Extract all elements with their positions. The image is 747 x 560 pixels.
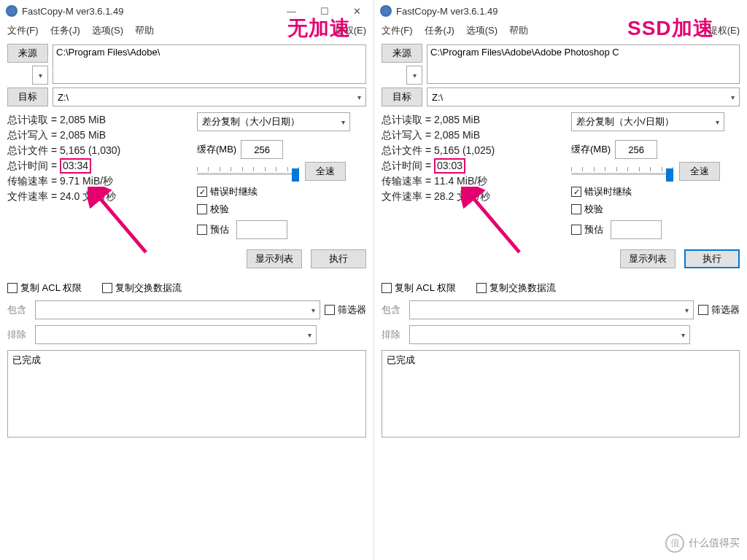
estimate-checkbox[interactable]: [571, 225, 581, 235]
cache-label: 缓存(MB): [197, 143, 236, 156]
execute-button[interactable]: 执行: [311, 249, 366, 268]
chevron-down-icon: ▾: [716, 118, 719, 126]
total-time-highlight: 03:34: [60, 158, 91, 174]
total-time-highlight: 03:03: [434, 158, 465, 174]
source-history-dropdown[interactable]: ▾: [406, 66, 422, 85]
window-title: FastCopy-M ver3.6.1.49: [22, 6, 123, 17]
speed-slider[interactable]: [197, 163, 299, 180]
stats-panel: 总计读取 = 2,085 MiB 总计写入 = 2,085 MiB 总计文件 =…: [7, 112, 197, 268]
window-title: FastCopy-M ver3.6.1.49: [396, 6, 498, 17]
overlay-label-ssd-accel: SSD加速: [627, 15, 714, 42]
menu-option[interactable]: 选项(S): [92, 24, 123, 37]
fastcopy-window-left: FastCopy-M ver3.6.1.49 — ☐ ✕ 文件(F) 任务(J)…: [0, 0, 374, 560]
stats-panel: 总计读取 = 2,085 MiB 总计写入 = 2,085 MiB 总计文件 =…: [382, 112, 571, 268]
show-list-button[interactable]: 显示列表: [247, 249, 302, 268]
verify-checkbox[interactable]: [571, 204, 581, 214]
altstream-checkbox[interactable]: [476, 283, 487, 293]
source-input[interactable]: [53, 44, 366, 84]
chevron-down-icon: ▾: [341, 118, 345, 126]
estimate-input[interactable]: [611, 220, 662, 239]
app-icon: [380, 5, 392, 17]
exclude-label: 排除: [7, 328, 31, 341]
menu-task[interactable]: 任务(J): [425, 24, 454, 37]
altstream-checkbox[interactable]: [102, 283, 112, 293]
source-history-dropdown[interactable]: ▾: [32, 66, 48, 85]
execute-button[interactable]: 执行: [684, 249, 740, 268]
exclude-input[interactable]: ▾: [409, 325, 690, 344]
show-list-button[interactable]: 显示列表: [620, 249, 676, 268]
full-speed-button[interactable]: 全速: [305, 162, 346, 181]
acl-checkbox[interactable]: [7, 283, 18, 293]
copy-mode-select[interactable]: 差分复制（大小/日期）▾: [571, 112, 724, 131]
menu-help[interactable]: 帮助: [509, 24, 528, 37]
source-button[interactable]: 来源: [7, 44, 48, 63]
menu-task[interactable]: 任务(J): [50, 24, 80, 37]
include-input[interactable]: ▾: [409, 300, 694, 319]
menu-option[interactable]: 选项(S): [466, 24, 498, 37]
fastcopy-window-right: FastCopy-M ver3.6.1.49 文件(F) 任务(J) 选项(S)…: [374, 0, 747, 560]
speed-slider[interactable]: [571, 163, 673, 180]
dest-button[interactable]: 目标: [382, 88, 422, 106]
estimate-checkbox[interactable]: [197, 225, 207, 235]
filter-checkbox[interactable]: [325, 305, 335, 315]
cache-input[interactable]: [241, 140, 283, 159]
log-output: 已完成: [382, 350, 740, 438]
continue-on-error-checkbox[interactable]: [571, 187, 581, 197]
full-speed-button[interactable]: 全速: [679, 162, 720, 181]
menu-file[interactable]: 文件(F): [7, 24, 39, 37]
menu-file[interactable]: 文件(F): [382, 24, 413, 37]
exclude-label: 排除: [382, 328, 405, 341]
dest-input[interactable]: Z:\▾: [53, 88, 366, 106]
acl-checkbox[interactable]: [382, 283, 392, 293]
include-label: 包含: [7, 303, 31, 316]
include-label: 包含: [382, 303, 405, 316]
overlay-label-no-accel: 无加速: [287, 15, 351, 42]
app-icon: [6, 5, 18, 17]
continue-on-error-checkbox[interactable]: [197, 187, 207, 197]
source-input[interactable]: [427, 44, 740, 84]
filter-checkbox[interactable]: [698, 305, 708, 315]
exclude-input[interactable]: ▾: [35, 325, 317, 344]
estimate-input[interactable]: [236, 220, 287, 239]
cache-input[interactable]: [615, 140, 657, 159]
dest-input[interactable]: Z:\▾: [427, 88, 740, 106]
verify-checkbox[interactable]: [197, 204, 207, 214]
dest-button[interactable]: 目标: [7, 88, 48, 106]
chevron-down-icon: ▾: [731, 93, 735, 101]
cache-label: 缓存(MB): [571, 143, 611, 156]
chevron-down-icon: ▾: [357, 93, 361, 101]
source-button[interactable]: 来源: [382, 44, 422, 63]
include-input[interactable]: ▾: [35, 300, 320, 319]
log-output: 已完成: [7, 350, 366, 438]
copy-mode-select[interactable]: 差分复制（大小/日期）▾: [197, 112, 350, 131]
watermark-icon: 值: [665, 534, 684, 553]
menu-help[interactable]: 帮助: [135, 24, 154, 37]
watermark: 值 什么值得买: [665, 534, 740, 553]
